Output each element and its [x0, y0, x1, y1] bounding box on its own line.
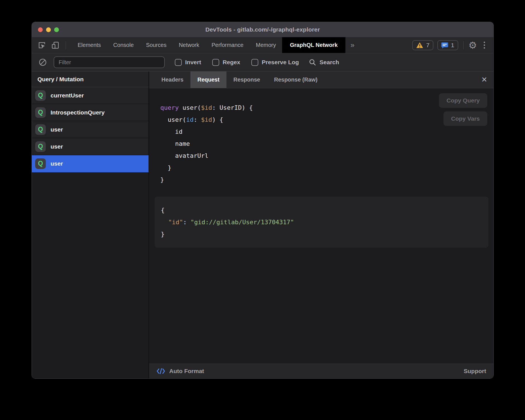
- device-toolbar-icon[interactable]: [51, 41, 59, 49]
- list-item-label: currentUser: [51, 92, 84, 99]
- traffic-lights: [38, 22, 59, 37]
- warning-count: 7: [426, 42, 429, 49]
- tab-response-raw[interactable]: Response (Raw): [267, 71, 324, 88]
- checkbox-label: Invert: [185, 59, 201, 66]
- code-line: "id": "gid://gitlab/User/13704317": [161, 216, 482, 228]
- tab-sources[interactable]: Sources: [140, 37, 173, 53]
- warning-icon: [416, 42, 423, 49]
- query-type-badge: Q: [35, 90, 46, 101]
- list-item-label: user: [51, 126, 63, 133]
- devtools-toolbar: ElementsConsoleSourcesNetworkPerformance…: [32, 37, 493, 53]
- checkbox-box: [175, 59, 182, 66]
- kebab-menu-icon[interactable]: [481, 40, 488, 50]
- warnings-badge[interactable]: 7: [412, 40, 433, 50]
- list-item[interactable]: Quser: [32, 155, 149, 172]
- tab-console[interactable]: Console: [107, 37, 140, 53]
- copy-query-button[interactable]: Copy Query: [439, 93, 487, 108]
- tab-elements[interactable]: Elements: [71, 37, 107, 53]
- tab-performance[interactable]: Performance: [206, 37, 250, 53]
- search-toggle[interactable]: Search: [309, 59, 339, 66]
- detail-tab-bar: HeadersRequestResponseResponse (Raw)✕: [149, 71, 493, 88]
- inspect-element-icon[interactable]: [38, 41, 46, 49]
- list-item-label: IntrospectionQuery: [51, 109, 105, 116]
- minimize-window-button[interactable]: [46, 27, 51, 32]
- checkbox-preserve-log[interactable]: Preserve Log: [251, 59, 299, 66]
- close-window-button[interactable]: [38, 27, 43, 32]
- request-list: QcurrentUserQIntrospectionQueryQuserQuse…: [32, 87, 149, 378]
- tab-graphql-network[interactable]: GraphQL Network: [282, 37, 345, 53]
- checkbox-label: Preserve Log: [262, 59, 299, 66]
- list-item[interactable]: Quser: [32, 138, 149, 155]
- auto-format-button[interactable]: Auto Format: [156, 368, 204, 374]
- code-line: avatarUrl: [160, 150, 493, 162]
- code-line: name: [160, 138, 493, 150]
- checkbox-box: [212, 59, 219, 66]
- sidebar-header-label: Query / Mutation: [37, 76, 84, 83]
- search-icon: [309, 59, 316, 66]
- code-line: {: [161, 204, 482, 216]
- list-item-label: user: [51, 160, 63, 167]
- code-line: id: [160, 126, 493, 138]
- list-item[interactable]: Quser: [32, 121, 149, 138]
- tab-request[interactable]: Request: [190, 71, 226, 88]
- tab-headers[interactable]: Headers: [154, 71, 190, 88]
- copy-buttons: Copy QueryCopy Vars: [439, 93, 487, 126]
- request-detail-panel: HeadersRequestResponseResponse (Raw)✕ Co…: [149, 71, 493, 378]
- query-type-badge: Q: [35, 107, 46, 118]
- code-brackets-icon: [156, 368, 165, 374]
- toolbar-separator: [66, 41, 66, 49]
- window-title: DevTools - gitlab.com/-/graphql-explorer: [205, 26, 320, 33]
- code-line: }: [161, 228, 482, 240]
- list-item[interactable]: QIntrospectionQuery: [32, 104, 149, 121]
- settings-gear-icon[interactable]: ⚙: [469, 40, 477, 50]
- list-item-label: user: [51, 143, 63, 150]
- search-label: Search: [319, 59, 339, 66]
- zoom-window-button[interactable]: [54, 27, 59, 32]
- copy-vars-button[interactable]: Copy Vars: [443, 111, 487, 126]
- message-icon: [441, 42, 448, 49]
- checkbox-box: [251, 59, 258, 66]
- graphql-variables-box: { "id": "gid://gitlab/User/13704317"}: [155, 197, 488, 248]
- query-type-badge: Q: [35, 158, 46, 169]
- clear-block-icon[interactable]: [39, 58, 47, 66]
- toolbar-right-separator: [463, 41, 464, 49]
- devtools-window: DevTools - gitlab.com/-/graphql-explorer…: [32, 22, 494, 379]
- filter-checkboxes: InvertRegexPreserve Log: [175, 59, 299, 66]
- list-item[interactable]: QcurrentUser: [32, 87, 149, 104]
- support-link[interactable]: Support: [464, 368, 486, 374]
- sidebar-header: Query / Mutation: [32, 71, 149, 87]
- titlebar: DevTools - gitlab.com/-/graphql-explorer: [32, 22, 493, 37]
- messages-badge[interactable]: 1: [437, 40, 458, 50]
- request-list-sidebar: Query / Mutation QcurrentUserQIntrospect…: [32, 71, 149, 378]
- panel-tab-bar: ElementsConsoleSourcesNetworkPerformance…: [71, 37, 345, 53]
- code-line: }: [160, 174, 493, 186]
- checkbox-regex[interactable]: Regex: [212, 59, 240, 66]
- query-type-badge: Q: [35, 124, 46, 135]
- more-tabs-chevron-icon[interactable]: »: [345, 41, 359, 49]
- panel-footer: Auto Format Support: [149, 364, 493, 378]
- filter-input[interactable]: [54, 56, 165, 68]
- checkbox-invert[interactable]: Invert: [175, 59, 201, 66]
- auto-format-label: Auto Format: [169, 368, 204, 374]
- close-panel-icon[interactable]: ✕: [481, 71, 487, 88]
- filter-bar: InvertRegexPreserve Log Search: [32, 53, 493, 71]
- tab-network[interactable]: Network: [173, 37, 205, 53]
- tab-response[interactable]: Response: [226, 71, 267, 88]
- tab-memory[interactable]: Memory: [250, 37, 282, 53]
- message-count: 1: [451, 42, 454, 49]
- query-type-badge: Q: [35, 141, 46, 152]
- code-line: }: [160, 162, 493, 174]
- request-body-view: Copy QueryCopy Vars query user($id: User…: [149, 88, 493, 364]
- checkbox-label: Regex: [223, 59, 240, 66]
